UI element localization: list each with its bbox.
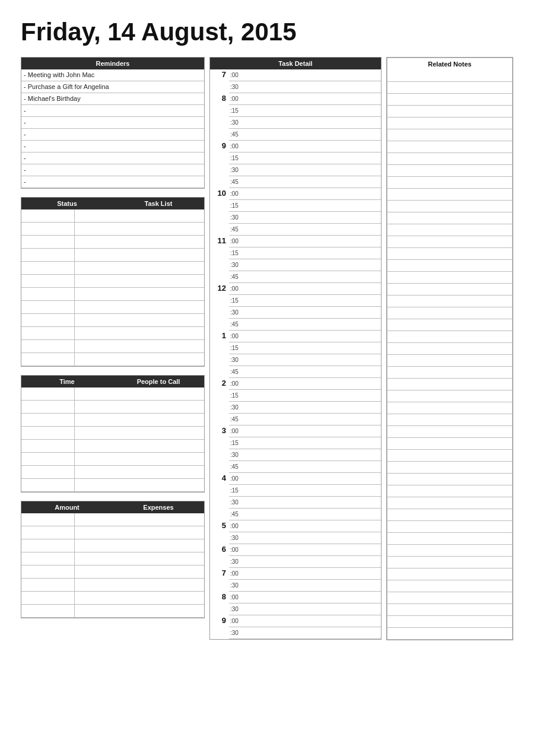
reminders-header: Reminders [21, 58, 204, 69]
expense-row [21, 552, 204, 566]
slot-label: :30 [229, 558, 246, 565]
hour-label: 12 [210, 283, 229, 293]
note-row [387, 141, 513, 153]
task-name-cell [75, 314, 204, 326]
hour-label: 3 [210, 425, 229, 435]
time-slot-row: :00 [229, 283, 381, 295]
note-row [387, 580, 513, 592]
time-block: 2:00:15:30:45 [210, 378, 381, 425]
note-row [387, 117, 513, 129]
slot-label: :30 [229, 262, 246, 268]
time-slot-row: :00 [229, 93, 381, 105]
hour-label: 9 [210, 615, 229, 625]
task-status-cell [21, 301, 75, 313]
expense-amount-cell [21, 579, 75, 591]
expense-amount-cell [21, 552, 75, 565]
slot-label: :30 [229, 119, 246, 126]
time-slots: :00:15:30:45 [229, 93, 381, 141]
time-slot-row: :00 [229, 615, 381, 627]
slot-label: :45 [229, 274, 246, 280]
time-block: 9:00:15:30:45 [210, 141, 381, 188]
note-row [387, 177, 513, 189]
task-name-cell [75, 249, 204, 261]
slot-label: :30 [229, 499, 246, 506]
call-time-cell [21, 427, 75, 439]
task-status-cell [21, 209, 75, 222]
call-time-cell [21, 466, 75, 478]
note-row [387, 153, 513, 165]
time-slots: :00:15:30:45 [229, 141, 381, 188]
reminder-row: - [21, 117, 204, 129]
task-row [21, 236, 204, 249]
reminder-row: - Meeting with John Mac [21, 69, 204, 81]
time-slot-row: :00 [229, 473, 381, 485]
call-row [21, 414, 204, 427]
hour-label: 8 [210, 592, 229, 601]
tasklist-header: Task List [113, 198, 204, 209]
expense-amount-cell [21, 513, 75, 526]
note-row [387, 509, 513, 521]
expense-amount-cell [21, 592, 75, 604]
note-row [387, 474, 513, 485]
slot-label: :30 [229, 309, 246, 316]
note-row [387, 462, 513, 474]
time-slots: :00:15:30:45 [229, 378, 381, 425]
time-slot-row: :15 [229, 437, 381, 449]
task-row [21, 314, 204, 327]
slot-label: :15 [229, 487, 246, 494]
note-row [387, 272, 513, 284]
call-time-cell [21, 479, 75, 491]
hour-label: 2 [210, 378, 229, 387]
call-row [21, 479, 204, 492]
time-slot-row: :30 [229, 449, 381, 461]
call-name-cell [75, 401, 204, 413]
task-section: Status Task List [21, 197, 205, 367]
time-slots: :00:15:30:45 [229, 473, 381, 520]
note-row [387, 236, 513, 248]
hour-label: 11 [210, 236, 229, 245]
task-status-cell [21, 340, 75, 352]
slot-label: :30 [229, 357, 246, 363]
time-block: 11:00:15:30:45 [210, 236, 381, 283]
time-slot-row: :30 [229, 580, 381, 592]
note-row [387, 390, 513, 402]
time-block: 12:00:15:30:45 [210, 283, 381, 331]
slot-label: :15 [229, 345, 246, 351]
time-block: 10:00:15:30:45 [210, 188, 381, 236]
time-slot-row: :00 [229, 331, 381, 342]
slot-label: :15 [229, 250, 246, 256]
time-block: 1:00:15:30:45 [210, 331, 381, 378]
slot-label: :45 [229, 511, 246, 517]
time-slots: :00:30 [229, 544, 381, 568]
reminder-row: - [21, 129, 204, 141]
time-slot-row: :45 [229, 414, 381, 425]
expense-row [21, 566, 204, 579]
call-section: Time People to Call [21, 375, 205, 493]
time-slot-row: :45 [229, 176, 381, 188]
note-row [387, 284, 513, 296]
time-slots: :00:30 [229, 568, 381, 592]
time-slot-row: :30 [229, 402, 381, 414]
time-slot-row: :45 [229, 366, 381, 378]
expense-row [21, 513, 204, 526]
hour-label: 9 [210, 141, 229, 150]
slot-label: :30 [229, 167, 246, 173]
reminder-row: - [21, 105, 204, 117]
note-row [387, 592, 513, 604]
time-slot-row: :00 [229, 378, 381, 390]
time-slot-row: :00 [229, 236, 381, 247]
call-row [21, 466, 204, 479]
task-row [21, 301, 204, 314]
expense-amount-cell [21, 605, 75, 617]
expense-name-cell [75, 579, 204, 591]
task-name-cell [75, 209, 204, 222]
note-row [387, 497, 513, 509]
note-row [387, 533, 513, 545]
note-row [387, 604, 513, 616]
note-row [387, 70, 513, 82]
reminder-row: - Michael's Birthday [21, 93, 204, 105]
call-row [21, 453, 204, 466]
time-slot-row: :45 [229, 319, 381, 331]
time-block: 3:00:15:30:45 [210, 425, 381, 473]
call-name-cell [75, 479, 204, 491]
